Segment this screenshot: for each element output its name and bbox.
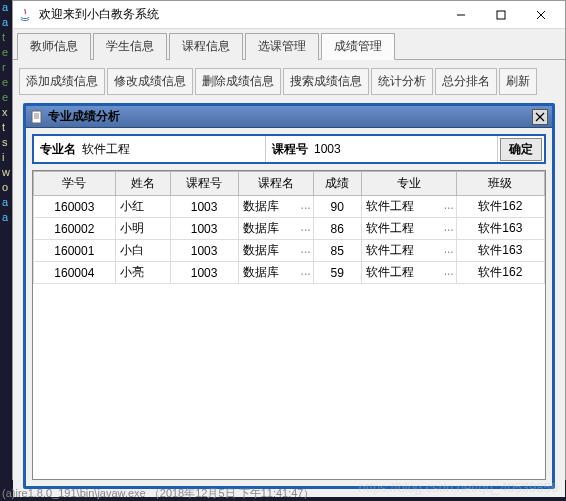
cell: 软件162 — [456, 196, 544, 218]
toolbar-btn-1[interactable]: 修改成绩信息 — [107, 68, 193, 95]
svg-rect-4 — [32, 111, 41, 123]
cell: 软件工程 — [361, 240, 456, 262]
app-window: 欢迎来到小白教务系统 教师信息学生信息课程信息选课管理成绩管理 添加成绩信息修改… — [12, 0, 566, 480]
cell: 小亮 — [115, 262, 170, 284]
cell: 数据库 — [238, 218, 313, 240]
internal-close-button[interactable] — [532, 109, 548, 125]
cell: 160003 — [34, 196, 116, 218]
results-table-container[interactable]: 学号姓名课程号课程名成绩专业班级 160003小红1003数据库90软件工程软件… — [32, 170, 546, 480]
filter-bar: 专业名 软件工程 课程号 1003 确定 — [32, 134, 546, 164]
internal-frame-title: 专业成绩分析 — [48, 108, 532, 125]
window-title: 欢迎来到小白教务系统 — [39, 6, 441, 23]
col-header[interactable]: 班级 — [456, 172, 544, 196]
table-row[interactable]: 160003小红1003数据库90软件工程软件162 — [34, 196, 545, 218]
main-tabs: 教师信息学生信息课程信息选课管理成绩管理 — [13, 29, 565, 60]
cell: 软件162 — [456, 262, 544, 284]
editor-gutter: aateree xtsi wo aa — [0, 0, 12, 501]
cell: 86 — [313, 218, 361, 240]
close-button[interactable] — [521, 2, 561, 28]
tab-panel: 添加成绩信息修改成绩信息删除成绩信息搜索成绩信息统计分析总分排名刷新 专业成绩分… — [13, 59, 565, 497]
major-label: 专业名 — [34, 141, 78, 158]
internal-frame-titlebar[interactable]: 专业成绩分析 — [26, 106, 552, 128]
java-icon — [17, 7, 33, 23]
cell: 数据库 — [238, 262, 313, 284]
cell: 软件163 — [456, 218, 544, 240]
minimize-button[interactable] — [441, 2, 481, 28]
tab-1[interactable]: 学生信息 — [93, 33, 167, 60]
cell: 1003 — [170, 218, 238, 240]
cell: 软件工程 — [361, 218, 456, 240]
table-row[interactable]: 160001小白1003数据库85软件工程软件163 — [34, 240, 545, 262]
cell: 160004 — [34, 262, 116, 284]
course-input[interactable]: 1003 — [310, 136, 498, 162]
table-row[interactable]: 160004小亮1003数据库59软件工程软件162 — [34, 262, 545, 284]
cell: 1003 — [170, 196, 238, 218]
cell: 数据库 — [238, 196, 313, 218]
toolbar-btn-2[interactable]: 删除成绩信息 — [195, 68, 281, 95]
cell: 160002 — [34, 218, 116, 240]
tab-4[interactable]: 成绩管理 — [321, 33, 395, 60]
tab-3[interactable]: 选课管理 — [245, 33, 319, 60]
col-header[interactable]: 成绩 — [313, 172, 361, 196]
cell: 数据库 — [238, 240, 313, 262]
cell: 85 — [313, 240, 361, 262]
cell: 160001 — [34, 240, 116, 262]
cell: 小明 — [115, 218, 170, 240]
cell: 软件163 — [456, 240, 544, 262]
document-icon — [30, 110, 44, 124]
toolbar-btn-0[interactable]: 添加成绩信息 — [19, 68, 105, 95]
col-header[interactable]: 课程名 — [238, 172, 313, 196]
cell: 59 — [313, 262, 361, 284]
course-label: 课程号 — [266, 141, 310, 158]
watermark-text: https://blog.csdn.net/qq_40539856 — [359, 480, 559, 495]
cell: 90 — [313, 196, 361, 218]
toolbar-btn-5[interactable]: 总分排名 — [435, 68, 497, 95]
cell: 1003 — [170, 240, 238, 262]
confirm-button[interactable]: 确定 — [500, 138, 542, 161]
results-table: 学号姓名课程号课程名成绩专业班级 160003小红1003数据库90软件工程软件… — [33, 171, 545, 284]
tab-0[interactable]: 教师信息 — [17, 33, 91, 60]
maximize-button[interactable] — [481, 2, 521, 28]
col-header[interactable]: 学号 — [34, 172, 116, 196]
internal-frame: 专业成绩分析 专业名 软件工程 课程号 1003 确定 学号姓名课程号课程名成绩… — [23, 103, 555, 489]
toolbar-btn-4[interactable]: 统计分析 — [371, 68, 433, 95]
toolbar-btn-6[interactable]: 刷新 — [499, 68, 537, 95]
toolbar: 添加成绩信息修改成绩信息删除成绩信息搜索成绩信息统计分析总分排名刷新 — [17, 64, 561, 99]
titlebar: 欢迎来到小白教务系统 — [13, 1, 565, 29]
cell: 小红 — [115, 196, 170, 218]
console-footer: (a)ire1.8.0_191\bin\javaw.exe （2018年12月5… — [2, 486, 314, 501]
cell: 软件工程 — [361, 262, 456, 284]
table-row[interactable]: 160002小明1003数据库86软件工程软件163 — [34, 218, 545, 240]
toolbar-btn-3[interactable]: 搜索成绩信息 — [283, 68, 369, 95]
col-header[interactable]: 专业 — [361, 172, 456, 196]
major-input[interactable]: 软件工程 — [78, 136, 266, 162]
cell: 1003 — [170, 262, 238, 284]
svg-rect-1 — [497, 11, 505, 19]
col-header[interactable]: 课程号 — [170, 172, 238, 196]
col-header[interactable]: 姓名 — [115, 172, 170, 196]
cell: 软件工程 — [361, 196, 456, 218]
tab-2[interactable]: 课程信息 — [169, 33, 243, 60]
cell: 小白 — [115, 240, 170, 262]
